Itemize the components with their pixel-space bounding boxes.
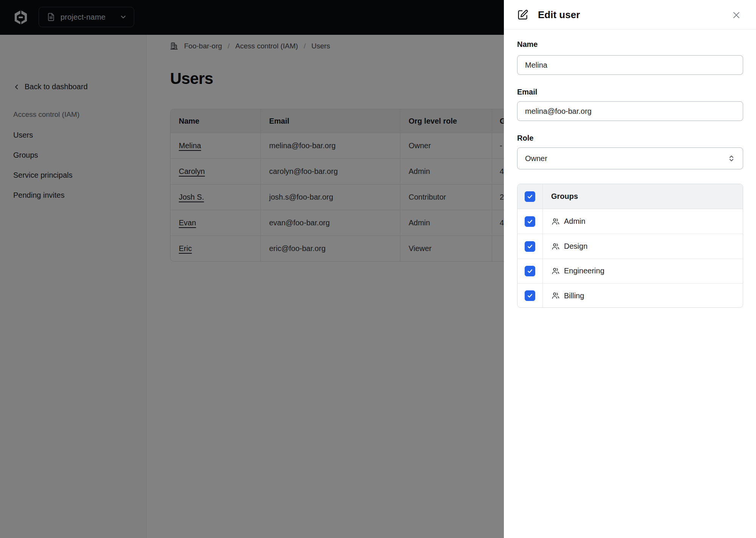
group-checkbox-cell bbox=[517, 209, 543, 234]
group-label: Engineering bbox=[564, 267, 604, 275]
group-checkbox[interactable] bbox=[525, 241, 535, 252]
check-icon bbox=[527, 243, 533, 250]
group-label: Billing bbox=[564, 291, 584, 300]
people-icon bbox=[551, 291, 560, 300]
email-label: Email bbox=[517, 88, 537, 96]
check-icon bbox=[527, 193, 533, 200]
group-checkbox[interactable] bbox=[525, 216, 535, 227]
people-icon bbox=[551, 242, 560, 251]
groups-header-label: Groups bbox=[543, 184, 743, 209]
name-field[interactable] bbox=[517, 55, 743, 75]
group-checkbox[interactable] bbox=[525, 266, 535, 276]
group-row: Admin bbox=[517, 209, 743, 234]
people-icon bbox=[551, 217, 560, 226]
check-icon bbox=[527, 218, 533, 225]
edit-user-drawer: Edit user Name Email Role Owner Groups bbox=[504, 0, 756, 538]
modal-overlay[interactable] bbox=[0, 0, 504, 538]
group-row: Billing bbox=[517, 283, 743, 308]
groups-panel: Groups bbox=[517, 184, 743, 308]
check-icon bbox=[527, 292, 533, 299]
role-label: Role bbox=[517, 134, 533, 143]
people-icon bbox=[551, 267, 560, 276]
email-field[interactable] bbox=[517, 101, 743, 121]
groups-select-all-cell bbox=[517, 184, 543, 209]
name-label: Name bbox=[517, 40, 538, 49]
group-checkbox[interactable] bbox=[525, 290, 535, 301]
group-row: Engineering bbox=[517, 259, 743, 283]
check-icon bbox=[527, 268, 533, 274]
role-select[interactable]: Owner bbox=[517, 147, 743, 169]
close-icon[interactable] bbox=[731, 10, 742, 20]
group-checkbox-cell bbox=[517, 234, 543, 258]
group-checkbox-cell bbox=[517, 259, 543, 283]
drawer-title: Edit user bbox=[538, 9, 580, 21]
groups-panel-header: Groups bbox=[517, 184, 743, 209]
group-label: Design bbox=[564, 242, 587, 251]
group-label: Admin bbox=[564, 217, 586, 226]
group-row: Design bbox=[517, 234, 743, 258]
unfold-icon bbox=[727, 154, 736, 163]
group-checkbox-cell bbox=[517, 284, 543, 308]
groups-select-all-checkbox[interactable] bbox=[525, 191, 535, 202]
role-select-value: Owner bbox=[525, 154, 727, 163]
edit-icon bbox=[517, 9, 528, 20]
